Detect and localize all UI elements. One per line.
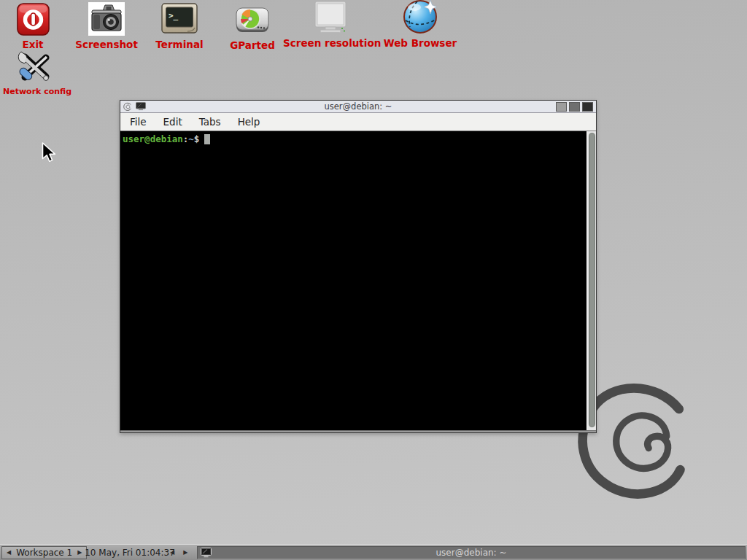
prompt-user-host: user@debian: [123, 133, 183, 144]
menu-file[interactable]: File: [128, 114, 148, 129]
window-titlebar[interactable]: user@debian: ~: [120, 101, 596, 113]
prompt-path: ~: [188, 133, 194, 144]
taskbar-panel: ◀ Workspace 1 ▶ 10 May, Fri 01:04:37 ◀ ▶…: [0, 544, 747, 560]
terminal-screen[interactable]: user@debian:~$: [120, 131, 596, 430]
shell-prompt: user@debian:~$: [120, 131, 596, 144]
tasklist-next-icon[interactable]: ▶: [183, 550, 187, 556]
terminal-menubar: File Edit Tabs Help: [120, 113, 596, 131]
crt-terminal-icon: >_: [148, 1, 211, 36]
menu-help[interactable]: Help: [236, 114, 262, 129]
desktop-icon-gparted[interactable]: GParted: [223, 2, 282, 51]
wrench-screwdriver-icon: [3, 50, 67, 84]
desktop-icon-screenshot[interactable]: Screenshot: [71, 1, 142, 50]
desktop-icon-label: Screen resolution: [283, 37, 378, 49]
desktop-icon-terminal[interactable]: >_ Terminal: [148, 1, 211, 50]
desktop-icon-label: Screenshot: [71, 39, 142, 50]
power-icon: [7, 1, 58, 36]
desktop-icon-network-config[interactable]: Network config: [3, 50, 67, 96]
terminal-window: user@debian: ~ File Edit Tabs Help user@…: [120, 100, 597, 433]
desktop-icon-label: Web Browser: [382, 37, 459, 49]
maximize-button[interactable]: [569, 102, 580, 112]
taskbar-task-terminal[interactable]: user@debian: ~: [197, 546, 746, 559]
task-button-title: user@debian: ~: [198, 548, 745, 558]
menu-tabs[interactable]: Tabs: [198, 114, 222, 129]
desktop-icon-label: Terminal: [148, 39, 211, 50]
terminal-scrollbar[interactable]: [587, 131, 596, 430]
workspace-prev-icon[interactable]: ◀: [7, 550, 11, 556]
close-button[interactable]: [582, 102, 593, 112]
workspace-switcher[interactable]: ◀ Workspace 1 ▶: [1, 546, 87, 559]
camera-icon: [71, 1, 142, 36]
workspace-label: Workspace 1: [16, 548, 72, 558]
window-title: user@debian: ~: [120, 101, 596, 112]
desktop-icon-label: Network config: [3, 87, 67, 96]
terminal-cursor: [204, 134, 210, 144]
taskbar-clock: 10 May, Fri 01:04:37: [80, 545, 179, 560]
desktop-icon-screen-resolution[interactable]: Screen resolution: [283, 0, 378, 49]
minimize-button[interactable]: [556, 102, 567, 112]
menu-edit[interactable]: Edit: [162, 114, 184, 129]
svg-text:>_: >_: [169, 11, 179, 20]
window-resize-grip[interactable]: [120, 430, 596, 432]
hard-disk-icon: [223, 2, 282, 36]
desktop-icon-web-browser[interactable]: Web Browser: [382, 0, 459, 49]
monitor-icon: [283, 0, 378, 34]
mouse-cursor: [42, 142, 58, 164]
desktop-icon-exit[interactable]: Exit: [7, 1, 58, 50]
prompt-symbol: $: [194, 133, 200, 144]
globe-icon: [382, 0, 459, 34]
desktop-icon-label: GParted: [223, 39, 282, 51]
tasklist-scroll: ◀ ▶: [170, 545, 187, 560]
scrollbar-thumb[interactable]: [589, 133, 595, 427]
tasklist-prev-icon[interactable]: ◀: [170, 550, 174, 556]
